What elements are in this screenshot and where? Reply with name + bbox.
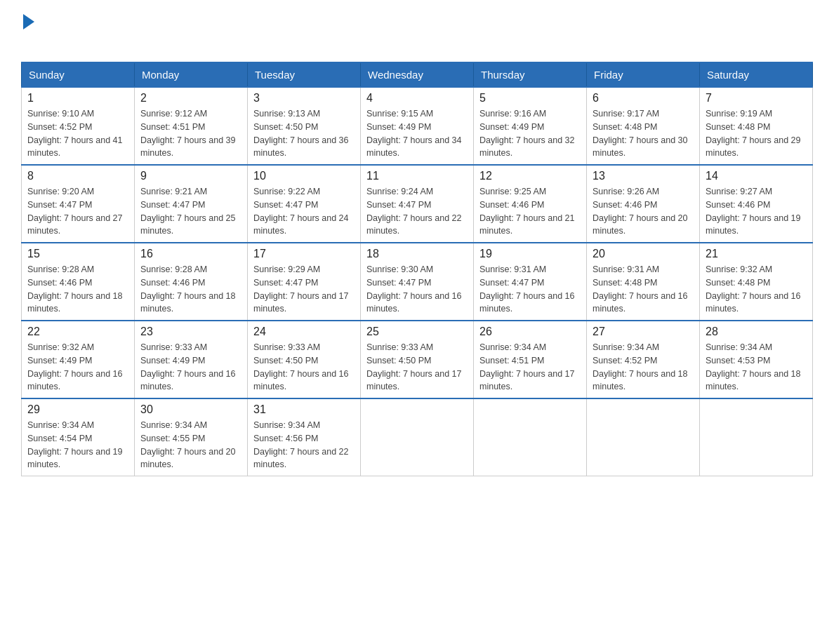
day-info: Sunrise: 9:16 AMSunset: 4:49 PMDaylight:…	[479, 109, 575, 158]
calendar-cell: 13 Sunrise: 9:26 AMSunset: 4:46 PMDaylig…	[587, 165, 700, 243]
day-number: 31	[253, 403, 355, 416]
day-info: Sunrise: 9:34 AMSunset: 4:53 PMDaylight:…	[706, 342, 801, 391]
calendar-cell: 24 Sunrise: 9:33 AMSunset: 4:50 PMDaylig…	[248, 321, 361, 398]
day-number: 28	[706, 326, 807, 338]
column-header-saturday: Saturday	[700, 62, 813, 87]
calendar-cell	[361, 398, 474, 476]
day-number: 15	[27, 248, 128, 260]
day-info: Sunrise: 9:32 AMSunset: 4:48 PMDaylight:…	[706, 264, 801, 314]
day-info: Sunrise: 9:20 AMSunset: 4:47 PMDaylight:…	[27, 187, 123, 236]
day-number: 9	[140, 170, 241, 182]
day-number: 25	[366, 326, 468, 338]
day-info: Sunrise: 9:12 AMSunset: 4:51 PMDaylight:…	[140, 109, 236, 158]
calendar-cell: 16 Sunrise: 9:28 AMSunset: 4:46 PMDaylig…	[135, 243, 248, 321]
day-number: 14	[706, 170, 807, 182]
day-info: Sunrise: 9:31 AMSunset: 4:47 PMDaylight:…	[479, 264, 575, 314]
calendar-cell: 19 Sunrise: 9:31 AMSunset: 4:47 PMDaylig…	[474, 243, 587, 321]
day-number: 23	[140, 326, 241, 338]
day-number: 5	[479, 92, 581, 105]
calendar-table: SundayMondayTuesdayWednesdayThursdayFrid…	[21, 62, 813, 476]
calendar-week-row: 22 Sunrise: 9:32 AMSunset: 4:49 PMDaylig…	[22, 321, 813, 398]
calendar-cell: 21 Sunrise: 9:32 AMSunset: 4:48 PMDaylig…	[700, 243, 813, 321]
day-info: Sunrise: 9:21 AMSunset: 4:47 PMDaylight:…	[140, 187, 236, 236]
day-number: 13	[593, 170, 694, 182]
calendar-cell: 2 Sunrise: 9:12 AMSunset: 4:51 PMDayligh…	[135, 87, 248, 165]
day-number: 24	[253, 326, 355, 338]
calendar-cell: 4 Sunrise: 9:15 AMSunset: 4:49 PMDayligh…	[361, 87, 474, 165]
calendar-cell: 28 Sunrise: 9:34 AMSunset: 4:53 PMDaylig…	[700, 321, 813, 398]
day-number: 3	[253, 92, 355, 105]
column-header-thursday: Thursday	[474, 62, 587, 87]
day-info: Sunrise: 9:19 AMSunset: 4:48 PMDaylight:…	[706, 109, 801, 158]
day-info: Sunrise: 9:17 AMSunset: 4:48 PMDaylight:…	[593, 109, 688, 158]
day-info: Sunrise: 9:29 AMSunset: 4:47 PMDaylight:…	[253, 264, 349, 314]
day-info: Sunrise: 9:13 AMSunset: 4:50 PMDaylight:…	[253, 109, 349, 158]
day-number: 19	[479, 248, 581, 260]
calendar-cell: 5 Sunrise: 9:16 AMSunset: 4:49 PMDayligh…	[474, 87, 587, 165]
day-number: 12	[479, 170, 581, 182]
day-info: Sunrise: 9:28 AMSunset: 4:46 PMDaylight:…	[140, 264, 236, 314]
day-info: Sunrise: 9:30 AMSunset: 4:47 PMDaylight:…	[366, 264, 462, 314]
day-info: Sunrise: 9:33 AMSunset: 4:50 PMDaylight:…	[366, 342, 462, 391]
calendar-cell: 11 Sunrise: 9:24 AMSunset: 4:47 PMDaylig…	[361, 165, 474, 243]
calendar-cell: 18 Sunrise: 9:30 AMSunset: 4:47 PMDaylig…	[361, 243, 474, 321]
day-info: Sunrise: 9:26 AMSunset: 4:46 PMDaylight:…	[593, 187, 688, 236]
logo	[21, 14, 34, 48]
day-number: 10	[253, 170, 355, 182]
calendar-cell: 8 Sunrise: 9:20 AMSunset: 4:47 PMDayligh…	[22, 165, 135, 243]
column-header-friday: Friday	[587, 62, 700, 87]
logo-triangle-icon	[23, 14, 34, 29]
day-info: Sunrise: 9:10 AMSunset: 4:52 PMDaylight:…	[27, 109, 123, 158]
page-header	[21, 14, 813, 48]
day-info: Sunrise: 9:24 AMSunset: 4:47 PMDaylight:…	[366, 187, 462, 236]
day-info: Sunrise: 9:25 AMSunset: 4:46 PMDaylight:…	[479, 187, 575, 236]
day-number: 16	[140, 248, 241, 260]
day-number: 29	[27, 403, 128, 416]
day-number: 30	[140, 403, 241, 416]
day-number: 26	[479, 326, 581, 338]
day-info: Sunrise: 9:22 AMSunset: 4:47 PMDaylight:…	[253, 187, 349, 236]
calendar-cell: 3 Sunrise: 9:13 AMSunset: 4:50 PMDayligh…	[248, 87, 361, 165]
column-header-wednesday: Wednesday	[361, 62, 474, 87]
calendar-header-row: SundayMondayTuesdayWednesdayThursdayFrid…	[22, 62, 813, 87]
calendar-cell: 31 Sunrise: 9:34 AMSunset: 4:56 PMDaylig…	[248, 398, 361, 476]
calendar-cell	[587, 398, 700, 476]
day-number: 7	[706, 92, 807, 105]
calendar-week-row: 8 Sunrise: 9:20 AMSunset: 4:47 PMDayligh…	[22, 165, 813, 243]
day-info: Sunrise: 9:34 AMSunset: 4:54 PMDaylight:…	[27, 420, 123, 469]
calendar-cell: 30 Sunrise: 9:34 AMSunset: 4:55 PMDaylig…	[135, 398, 248, 476]
calendar-cell: 26 Sunrise: 9:34 AMSunset: 4:51 PMDaylig…	[474, 321, 587, 398]
day-number: 20	[593, 248, 694, 260]
column-header-monday: Monday	[135, 62, 248, 87]
calendar-cell: 25 Sunrise: 9:33 AMSunset: 4:50 PMDaylig…	[361, 321, 474, 398]
calendar-cell: 1 Sunrise: 9:10 AMSunset: 4:52 PMDayligh…	[22, 87, 135, 165]
calendar-week-row: 29 Sunrise: 9:34 AMSunset: 4:54 PMDaylig…	[22, 398, 813, 476]
calendar-cell: 7 Sunrise: 9:19 AMSunset: 4:48 PMDayligh…	[700, 87, 813, 165]
day-number: 17	[253, 248, 355, 260]
calendar-cell: 23 Sunrise: 9:33 AMSunset: 4:49 PMDaylig…	[135, 321, 248, 398]
day-number: 4	[366, 92, 468, 105]
calendar-cell: 9 Sunrise: 9:21 AMSunset: 4:47 PMDayligh…	[135, 165, 248, 243]
calendar-cell: 6 Sunrise: 9:17 AMSunset: 4:48 PMDayligh…	[587, 87, 700, 165]
calendar-cell: 29 Sunrise: 9:34 AMSunset: 4:54 PMDaylig…	[22, 398, 135, 476]
calendar-cell: 17 Sunrise: 9:29 AMSunset: 4:47 PMDaylig…	[248, 243, 361, 321]
day-number: 2	[140, 92, 241, 105]
calendar-cell: 15 Sunrise: 9:28 AMSunset: 4:46 PMDaylig…	[22, 243, 135, 321]
calendar-cell: 27 Sunrise: 9:34 AMSunset: 4:52 PMDaylig…	[587, 321, 700, 398]
day-info: Sunrise: 9:34 AMSunset: 4:52 PMDaylight:…	[593, 342, 688, 391]
day-info: Sunrise: 9:32 AMSunset: 4:49 PMDaylight:…	[27, 342, 123, 391]
day-info: Sunrise: 9:34 AMSunset: 4:55 PMDaylight:…	[140, 420, 236, 469]
calendar-cell: 20 Sunrise: 9:31 AMSunset: 4:48 PMDaylig…	[587, 243, 700, 321]
column-header-sunday: Sunday	[22, 62, 135, 87]
calendar-week-row: 15 Sunrise: 9:28 AMSunset: 4:46 PMDaylig…	[22, 243, 813, 321]
calendar-cell	[474, 398, 587, 476]
day-info: Sunrise: 9:15 AMSunset: 4:49 PMDaylight:…	[366, 109, 462, 158]
calendar-cell: 12 Sunrise: 9:25 AMSunset: 4:46 PMDaylig…	[474, 165, 587, 243]
day-info: Sunrise: 9:31 AMSunset: 4:48 PMDaylight:…	[593, 264, 688, 314]
calendar-cell: 10 Sunrise: 9:22 AMSunset: 4:47 PMDaylig…	[248, 165, 361, 243]
calendar-cell	[700, 398, 813, 476]
day-number: 18	[366, 248, 468, 260]
day-number: 6	[593, 92, 694, 105]
day-info: Sunrise: 9:27 AMSunset: 4:46 PMDaylight:…	[706, 187, 801, 236]
column-header-tuesday: Tuesday	[248, 62, 361, 87]
